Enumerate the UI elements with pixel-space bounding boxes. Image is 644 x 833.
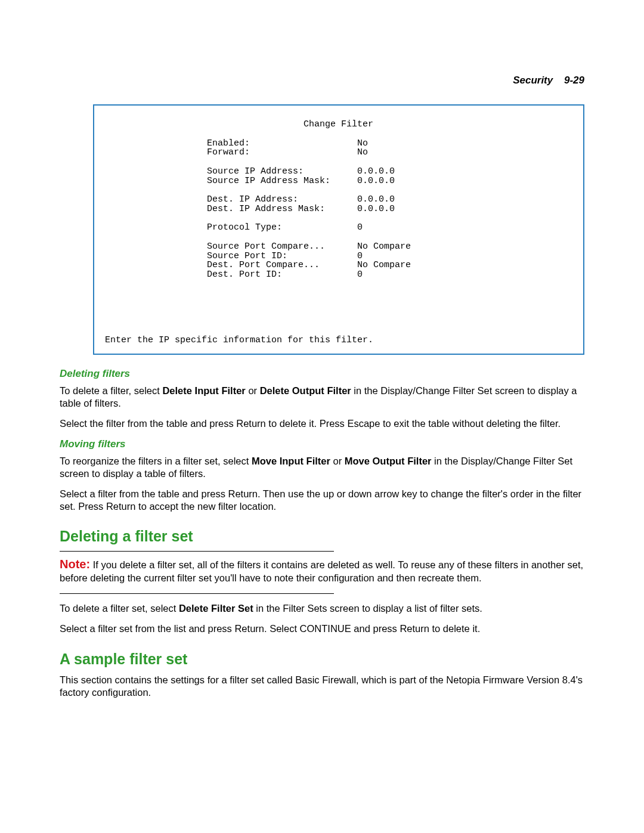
terminal-content: Change Filter Enabled: No Forward: No So…: [105, 120, 572, 345]
bold-text: Delete Input Filter: [162, 385, 245, 396]
bold-text: Delete Output Filter: [260, 385, 351, 396]
bold-text: Move Input Filter: [252, 456, 330, 466]
text: To reorganize the filters in a filter se…: [60, 456, 252, 466]
para: To delete a filter, select Delete Input …: [60, 385, 584, 409]
para: Select a filter set from the list and pr…: [60, 623, 584, 635]
bold-text: Delete Filter Set: [179, 603, 253, 614]
text: or: [330, 456, 345, 466]
page-header: Security 9-29: [60, 75, 584, 86]
text: in the Filter Sets screen to display a l…: [253, 603, 482, 614]
para: This section contains the settings for a…: [60, 674, 584, 698]
para: Select the filter from the table and pre…: [60, 417, 584, 430]
text: To delete a filter, select: [60, 385, 162, 396]
divider: [60, 593, 334, 594]
page-number: 9-29: [564, 75, 584, 86]
subheading-deleting-filters: Deleting filters: [60, 368, 584, 380]
page: Security 9-29 Change Filter Enabled: No …: [0, 0, 644, 833]
para: To delete a filter set, select Delete Fi…: [60, 602, 584, 615]
divider: [60, 551, 334, 552]
section-heading-sample-filter-set: A sample filter set: [60, 651, 584, 668]
note-block: Note: If you delete a filter set, all of…: [60, 556, 584, 584]
text: or: [246, 385, 260, 396]
bold-text: Move Output Filter: [345, 456, 432, 466]
text: To delete a filter set, select: [60, 603, 179, 614]
terminal-box: Change Filter Enabled: No Forward: No So…: [93, 104, 584, 355]
subheading-moving-filters: Moving filters: [60, 438, 584, 450]
note-body: If you delete a filter set, all of the f…: [60, 559, 583, 583]
section-heading-deleting-filter-set: Deleting a filter set: [60, 528, 584, 545]
chapter-name: Security: [513, 75, 553, 86]
note-label: Note:: [60, 558, 90, 571]
para: To reorganize the filters in a filter se…: [60, 455, 584, 479]
para: Select a filter from the table and press…: [60, 488, 584, 512]
